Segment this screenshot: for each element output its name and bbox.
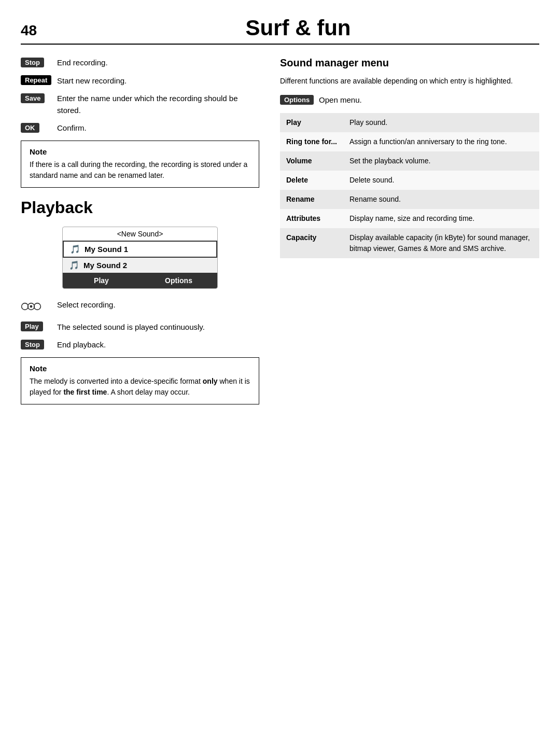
ok-badge-wrap: OK bbox=[21, 122, 57, 133]
play-desc: The selected sound is played continuousl… bbox=[57, 321, 259, 333]
select-row: Select recording. bbox=[21, 299, 259, 315]
table-row: Volume Set the playback volume. bbox=[280, 151, 539, 171]
options-row: Options Open menu. bbox=[280, 95, 539, 105]
options-button[interactable]: Options bbox=[140, 273, 217, 288]
new-sound-label: <New Sound> bbox=[117, 230, 163, 238]
ok-badge: OK bbox=[21, 123, 39, 133]
phone-screen: <New Sound> 🎵 My Sound 1 🎵 My Sound 2 Pl… bbox=[62, 227, 218, 289]
save-badge: Save bbox=[21, 93, 45, 103]
table-key: Rename bbox=[280, 190, 343, 209]
save-row: Save Enter the name under which the reco… bbox=[21, 93, 259, 116]
repeat-row: Repeat Start new recording. bbox=[21, 75, 259, 87]
table-value: Assign a function/an anniversary to the … bbox=[343, 132, 539, 151]
phone-buttons: Play Options bbox=[63, 273, 217, 288]
sound-manager-desc: Different functions are available depend… bbox=[280, 75, 539, 87]
ok-desc: Confirm. bbox=[57, 122, 259, 134]
table-value: Rename sound. bbox=[343, 190, 539, 209]
select-desc: Select recording. bbox=[57, 299, 259, 311]
sound1-name: My Sound 1 bbox=[85, 245, 128, 254]
table-row: Attributes Display name, size and record… bbox=[280, 209, 539, 228]
table-row: Rename Rename sound. bbox=[280, 190, 539, 209]
table-value: Delete sound. bbox=[343, 171, 539, 190]
stop-playback-row: Stop End playback. bbox=[21, 339, 259, 351]
play-button[interactable]: Play bbox=[63, 273, 140, 288]
table-value: Set the playback volume. bbox=[343, 151, 539, 171]
table-key: Capacity bbox=[280, 228, 343, 258]
options-desc: Open menu. bbox=[319, 95, 362, 104]
main-content: Stop End recording. Repeat Start new rec… bbox=[21, 57, 539, 415]
sound1-row[interactable]: 🎵 My Sound 1 bbox=[63, 241, 217, 258]
sound2-row[interactable]: 🎵 My Sound 2 bbox=[63, 258, 217, 273]
repeat-desc: Start new recording. bbox=[57, 75, 259, 87]
playback-title: Playback bbox=[21, 198, 259, 217]
stop-playback-desc: End playback. bbox=[57, 339, 259, 351]
page-title: Surf & fun bbox=[57, 16, 539, 40]
page-header: 48 Surf & fun bbox=[21, 16, 539, 45]
playback-note-part1: The melody is converted into a device-sp… bbox=[30, 377, 203, 385]
nav-svg bbox=[21, 299, 41, 314]
recording-note-text: If there is a call during the recording,… bbox=[30, 159, 250, 181]
table-value: Display available capacity (in kByte) fo… bbox=[343, 228, 539, 258]
recording-note-title: Note bbox=[30, 147, 250, 156]
table-key: Volume bbox=[280, 151, 343, 171]
options-badge: Options bbox=[280, 95, 314, 105]
page-number: 48 bbox=[21, 22, 47, 39]
stop-desc: End recording. bbox=[57, 57, 259, 69]
ok-row: OK Confirm. bbox=[21, 122, 259, 134]
stop-badge-wrap: Stop bbox=[21, 57, 57, 67]
table-row: Capacity Display available capacity (in … bbox=[280, 228, 539, 258]
sound2-name: My Sound 2 bbox=[83, 261, 127, 270]
right-column: Sound manager menu Different functions a… bbox=[280, 57, 539, 415]
table-key: Attributes bbox=[280, 209, 343, 228]
play-row: Play The selected sound is played contin… bbox=[21, 321, 259, 333]
navigation-icon bbox=[21, 299, 41, 314]
svg-point-2 bbox=[34, 303, 41, 310]
play-badge-wrap: Play bbox=[21, 321, 57, 332]
table-row: Play Play sound. bbox=[280, 113, 539, 132]
stop-badge: Stop bbox=[21, 58, 44, 67]
stop2-badge: Stop bbox=[21, 340, 44, 349]
stop-row: Stop End recording. bbox=[21, 57, 259, 69]
table-value: Display name, size and recording time. bbox=[343, 209, 539, 228]
left-column: Stop End recording. Repeat Start new rec… bbox=[21, 57, 259, 415]
new-sound-row: <New Sound> bbox=[63, 227, 217, 241]
repeat-badge: Repeat bbox=[21, 75, 51, 85]
sound-manager-table: Play Play sound. Ring tone for... Assign… bbox=[280, 113, 539, 258]
sound2-icon: 🎵 bbox=[69, 260, 79, 270]
playback-note-box: Note The melody is converted into a devi… bbox=[21, 357, 259, 404]
playback-note-bold2: the first time bbox=[63, 388, 107, 396]
recording-note-box: Note If there is a call during the recor… bbox=[21, 141, 259, 188]
play-badge: Play bbox=[21, 321, 43, 331]
table-row: Delete Delete sound. bbox=[280, 171, 539, 190]
nav-icon-wrap bbox=[21, 299, 57, 315]
table-value: Play sound. bbox=[343, 113, 539, 132]
playback-note-text: The melody is converted into a device-sp… bbox=[30, 376, 250, 398]
playback-note-part3: . A short delay may occur. bbox=[107, 388, 190, 396]
sound1-icon: 🎵 bbox=[70, 244, 80, 254]
table-key: Play bbox=[280, 113, 343, 132]
save-desc: Enter the name under which the recording… bbox=[57, 93, 259, 116]
table-key: Delete bbox=[280, 171, 343, 190]
sound-manager-title: Sound manager menu bbox=[280, 57, 539, 69]
table-row: Ring tone for... Assign a function/an an… bbox=[280, 132, 539, 151]
svg-point-0 bbox=[22, 303, 29, 310]
svg-point-3 bbox=[30, 305, 33, 307]
save-badge-wrap: Save bbox=[21, 93, 57, 103]
playback-note-title: Note bbox=[30, 364, 250, 373]
stop2-badge-wrap: Stop bbox=[21, 339, 57, 349]
repeat-badge-wrap: Repeat bbox=[21, 75, 57, 85]
playback-note-bold1: only bbox=[203, 377, 218, 385]
table-key: Ring tone for... bbox=[280, 132, 343, 151]
